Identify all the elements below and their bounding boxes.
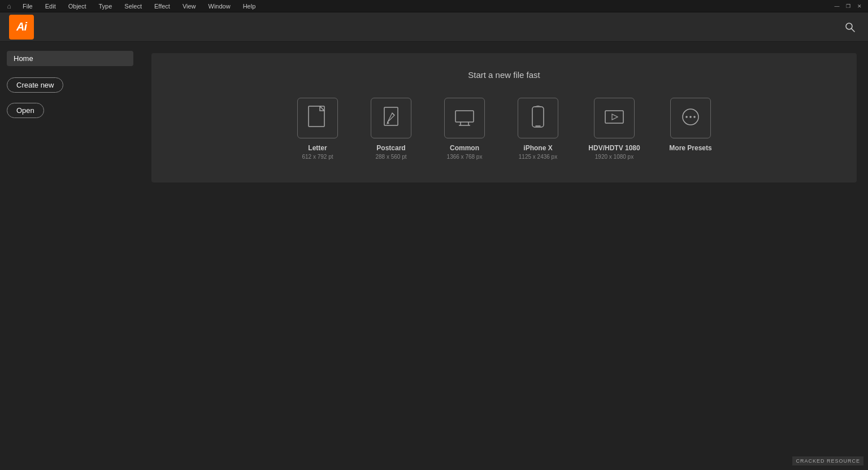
menu-select[interactable]: Select: [122, 2, 144, 11]
svg-rect-10: [605, 111, 623, 123]
home-nav-item[interactable]: Home: [7, 51, 133, 66]
preset-letter[interactable]: Letter 612 x 792 pt: [292, 98, 343, 160]
menu-object[interactable]: Object: [66, 2, 89, 11]
titlebar-menus: File Edit Object Type Select Effect View…: [20, 2, 258, 11]
open-button[interactable]: Open: [7, 103, 44, 118]
iphone-icon-wrap: [518, 98, 558, 138]
svg-rect-3: [384, 107, 398, 125]
ai-logo: Ai: [9, 15, 34, 40]
preset-postcard[interactable]: Postcard 288 x 560 pt: [366, 98, 416, 160]
more-icon-wrap: [670, 98, 711, 138]
new-file-title: Start a new file fast: [468, 70, 540, 80]
postcard-icon-wrap: [371, 98, 411, 138]
preset-iphone[interactable]: iPhone X 1125 x 2436 px: [513, 98, 563, 160]
titlebar: ⌂ File Edit Object Type Select Effect Vi…: [0, 0, 868, 12]
titlebar-controls: — ❐ ✕: [833, 2, 863, 10]
svg-point-13: [685, 116, 688, 118]
content-area: Start a new file fast Letter 612 x 792 p…: [140, 42, 868, 470]
letter-icon-wrap: [297, 98, 338, 138]
common-size: 1366 x 768 px: [447, 154, 483, 160]
preset-more[interactable]: More Presets: [665, 98, 716, 154]
close-button[interactable]: ✕: [856, 2, 863, 10]
hdv-icon-wrap: [594, 98, 635, 138]
svg-point-15: [693, 116, 696, 118]
svg-rect-4: [455, 111, 474, 122]
main-layout: Home Create new Open Start a new file fa…: [0, 42, 868, 470]
home-icon[interactable]: ⌂: [5, 2, 14, 11]
presets-row: Letter 612 x 792 pt: [292, 98, 716, 160]
titlebar-left: ⌂ File Edit Object Type Select Effect Vi…: [5, 2, 258, 11]
menu-view[interactable]: View: [180, 2, 198, 11]
common-label: Common: [450, 144, 479, 152]
svg-rect-8: [532, 107, 544, 127]
svg-point-14: [689, 116, 692, 118]
minimize-button[interactable]: —: [833, 2, 841, 10]
menu-effect[interactable]: Effect: [152, 2, 172, 11]
letter-size: 612 x 792 pt: [302, 154, 333, 160]
iphone-label: iPhone X: [523, 144, 552, 152]
menu-file[interactable]: File: [20, 2, 35, 11]
appbar: Ai: [0, 12, 868, 42]
postcard-size: 288 x 560 pt: [375, 154, 406, 160]
letter-label: Letter: [308, 144, 327, 152]
iphone-size: 1125 x 2436 px: [519, 154, 557, 160]
preset-hdv[interactable]: HDV/HDTV 1080 1920 x 1080 px: [586, 98, 643, 160]
svg-rect-2: [309, 106, 324, 127]
common-icon-wrap: [444, 98, 485, 138]
watermark: CRACKED RESOURCE: [792, 456, 863, 465]
restore-button[interactable]: ❐: [844, 2, 852, 10]
new-file-section: Start a new file fast Letter 612 x 792 p…: [151, 53, 857, 182]
more-label: More Presets: [669, 144, 711, 152]
svg-marker-11: [612, 114, 618, 120]
create-new-button[interactable]: Create new: [7, 77, 63, 93]
svg-line-1: [852, 28, 855, 32]
menu-window[interactable]: Window: [206, 2, 233, 11]
menu-type[interactable]: Type: [97, 2, 115, 11]
sidebar: Home Create new Open: [0, 42, 140, 470]
hdv-size: 1920 x 1080 px: [595, 154, 633, 160]
menu-edit[interactable]: Edit: [43, 2, 58, 11]
menu-help[interactable]: Help: [241, 2, 258, 11]
hdv-label: HDV/HDTV 1080: [588, 144, 640, 152]
search-button[interactable]: [841, 18, 859, 36]
postcard-label: Postcard: [376, 144, 405, 152]
preset-common[interactable]: Common 1366 x 768 px: [439, 98, 490, 160]
